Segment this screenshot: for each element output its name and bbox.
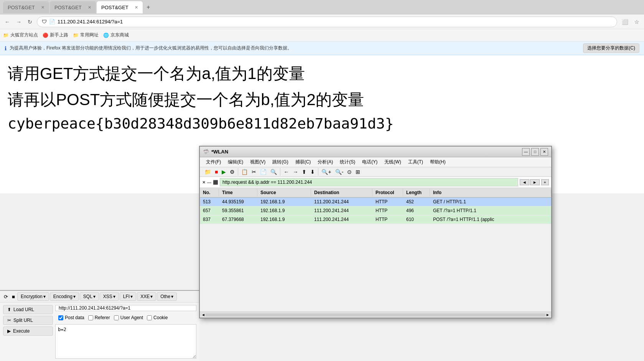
wireshark-filter-input[interactable] (220, 178, 518, 186)
hackbar-checkboxes: Post data Referer User Agent Cookie (55, 313, 196, 322)
bookmark-jd[interactable]: 🌐 京东商城 (103, 32, 129, 38)
split-url-button[interactable]: ✂ Split URL (3, 316, 53, 325)
ws-zoom-reset-btn[interactable]: ⊙ (346, 168, 353, 176)
ws-fwd-btn[interactable]: → (291, 168, 300, 176)
bookmark-icon[interactable]: ☆ (633, 17, 641, 26)
info-message: 为提高用户体验，Firefox 将发送部分功能的使用情况给我们，用于进一步优化火… (10, 45, 292, 51)
scroll-left-icon[interactable]: ◄ (201, 313, 205, 317)
ws-filter-expand-btn[interactable]: ⬛ (213, 180, 218, 185)
tab-2[interactable]: POST&GET ✕ (50, 1, 96, 13)
bookmark-common[interactable]: 📁 常用网址 (73, 32, 99, 38)
user-agent-label: User Agent (120, 315, 143, 320)
cookie-checkbox[interactable] (147, 315, 152, 320)
tab-1[interactable]: POST&GET ✕ (3, 1, 49, 13)
cookie-label: Cookie (153, 315, 168, 320)
hackbar-lfi-dropdown[interactable]: LFI ▾ (120, 292, 136, 301)
post-data-checkbox[interactable] (58, 315, 63, 320)
add-tab-button[interactable]: + (143, 2, 153, 12)
ws-paste-btn[interactable]: 📄 (259, 168, 268, 176)
extensions-icon[interactable]: ⬜ (620, 17, 630, 26)
menu-help[interactable]: 帮助(H) (427, 158, 449, 166)
encryption-arrow-icon: ▾ (43, 294, 46, 299)
wireshark-maximize-button[interactable]: □ (531, 148, 539, 156)
ws-stop-btn[interactable]: ■ (213, 168, 219, 176)
wireshark-scrollbar[interactable]: ◄ ► (200, 312, 551, 318)
load-url-button[interactable]: ⬆ Load URL (3, 305, 53, 314)
tab-1-close[interactable]: ✕ (41, 5, 44, 10)
bookmark-common-label: 常用网址 (80, 32, 99, 38)
wireshark-close-button[interactable]: ✕ (540, 148, 548, 156)
menu-file[interactable]: 文件(F) (203, 158, 224, 166)
menu-edit[interactable]: 编辑(E) (225, 158, 246, 166)
ws-filter-add-btn[interactable]: + (541, 179, 549, 185)
menu-goto[interactable]: 跳转(G) (269, 158, 291, 166)
hackbar-buttons: ⬆ Load URL ✂ Split URL ▶ Execute (3, 305, 53, 359)
bookmark-firefox[interactable]: 📁 火狐官方站点 (3, 32, 38, 38)
ws-find-btn[interactable]: 🔍 (269, 168, 278, 176)
ws-resize-btn[interactable]: ⊞ (354, 168, 362, 176)
menu-analyze[interactable]: 分析(A) (315, 158, 336, 166)
menu-wireless[interactable]: 无线(W) (381, 158, 404, 166)
hackbar-sql-dropdown[interactable]: SQL ▾ (80, 292, 99, 301)
tab-2-close[interactable]: ✕ (88, 5, 91, 10)
menu-view[interactable]: 视图(V) (247, 158, 268, 166)
post-data-checkbox-label[interactable]: Post data (58, 315, 84, 320)
user-agent-checkbox-label[interactable]: User Agent (114, 315, 143, 320)
bookmark-newbie[interactable]: 🔴 新手上路 (43, 32, 68, 38)
ws-zoom-out-btn[interactable]: 🔍- (334, 168, 345, 176)
address-input[interactable] (58, 19, 612, 25)
hackbar-xss-dropdown[interactable]: XSS ▾ (100, 292, 119, 301)
hackbar-toolbar: ⟳ ■ Encryption ▾ Encoding ▾ SQL ▾ XSS ▾ … (0, 291, 199, 303)
tab-3-close[interactable]: ✕ (135, 5, 138, 10)
ws-cut-btn[interactable]: ✂ (250, 168, 258, 176)
user-agent-checkbox[interactable] (114, 315, 119, 320)
scrollbar-track[interactable] (205, 313, 546, 316)
bookmark-jd-label: 京东商城 (110, 32, 129, 38)
nav-bar: ← → ↻ 🛡 📄 ⬜ ☆ (0, 15, 644, 29)
hackbar-xxe-dropdown[interactable]: XXE ▾ (137, 292, 156, 301)
ws-separator1 (238, 168, 238, 176)
wireshark-title-label: *WLAN (211, 149, 228, 155)
menu-stats[interactable]: 统计(S) (337, 158, 358, 166)
load-url-icon: ⬆ (7, 307, 11, 312)
menu-tools[interactable]: 工具(T) (405, 158, 426, 166)
address-bar: 🛡 📄 (37, 16, 617, 27)
post-data-textarea[interactable]: b=2 (55, 324, 196, 359)
ws-back-btn[interactable]: ← (282, 168, 290, 176)
ws-open-btn[interactable]: 📁 (203, 168, 212, 176)
ws-down-btn[interactable]: ⬇ (309, 168, 316, 176)
execute-button[interactable]: ▶ Execute (3, 326, 53, 336)
packet-row-513[interactable]: 513 44.935159 192.168.1.9 111.200.241.24… (200, 198, 551, 206)
ws-options-btn[interactable]: ⚙ (228, 168, 236, 176)
ws-filter-minus-btn[interactable]: — (207, 180, 211, 185)
hackbar-encryption-dropdown[interactable]: Encryption ▾ (17, 292, 49, 301)
ws-copy-btn[interactable]: 📋 (240, 168, 249, 176)
tab-3[interactable]: POST&GET ✕ (97, 1, 143, 13)
ws-filter-prev[interactable]: ◄ (520, 179, 529, 185)
scroll-right-icon[interactable]: ► (546, 313, 550, 317)
menu-phone[interactable]: 电话(Y) (359, 158, 380, 166)
hackbar-stop-icon[interactable]: ■ (10, 293, 16, 300)
refresh-button[interactable]: ↻ (26, 17, 34, 26)
hackbar-reload-icon[interactable]: ⟳ (2, 293, 10, 300)
forward-button[interactable]: → (15, 17, 23, 26)
back-button[interactable]: ← (3, 17, 12, 26)
cell-proto-513: HTTP (372, 198, 403, 205)
packet-row-657[interactable]: 657 59.355861 192.168.1.9 111.200.241.24… (200, 206, 551, 215)
hackbar-encoding-dropdown[interactable]: Encoding ▾ (50, 292, 79, 301)
cookie-checkbox-label[interactable]: Cookie (147, 315, 168, 320)
ws-zoom-in-btn[interactable]: 🔍+ (320, 168, 333, 176)
info-share-button[interactable]: 选择您要分享的数据(C) (583, 43, 639, 53)
hackbar-other-dropdown[interactable]: Othe ▾ (157, 292, 177, 301)
ws-filter-close-btn[interactable]: ✕ (202, 180, 206, 185)
ws-filter-next[interactable]: ► (530, 179, 540, 185)
ws-up-btn[interactable]: ⬆ (300, 168, 308, 176)
hackbar-url-input[interactable] (55, 305, 196, 311)
referer-checkbox[interactable] (88, 315, 93, 320)
packet-row-837[interactable]: 837 67.379668 192.168.1.9 111.200.241.24… (200, 215, 551, 224)
execute-label: Execute (13, 328, 30, 334)
referer-checkbox-label[interactable]: Referer (88, 315, 110, 320)
ws-restart-btn[interactable]: ▶ (220, 168, 227, 176)
wireshark-minimize-button[interactable]: — (522, 148, 530, 156)
menu-capture[interactable]: 捕获(C) (292, 158, 314, 166)
